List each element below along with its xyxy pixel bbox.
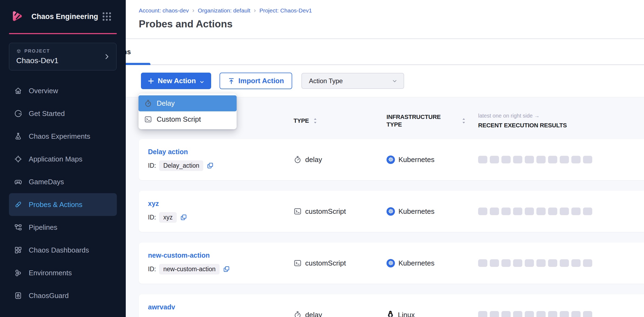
- sidebar-item-chaosguard[interactable]: ChaosGuard: [9, 284, 117, 307]
- sidebar-item-chaos-dashboards[interactable]: Chaos Dashboards: [9, 239, 117, 261]
- table-row: xyz ID: xyz customScript ☸ Kubernetes: [139, 191, 644, 232]
- action-name-link[interactable]: new-custom-action: [148, 251, 210, 259]
- recent-execution-results: [478, 259, 644, 267]
- execution-result-placeholder: [536, 311, 546, 317]
- execution-result-placeholder: [513, 259, 522, 267]
- sidebar-item-get-started[interactable]: Get Started: [9, 102, 117, 125]
- action-type-select[interactable]: Action Type: [301, 73, 404, 89]
- copy-icon[interactable]: [223, 266, 230, 273]
- execution-result-placeholder: [548, 156, 557, 163]
- execution-result-placeholder: [478, 311, 487, 317]
- sort-icon[interactable]: [313, 117, 318, 124]
- target-icon: [14, 155, 22, 163]
- execution-result-placeholder: [571, 208, 581, 215]
- type-cell: customScript: [294, 207, 387, 216]
- table-header-type: TYPE: [294, 117, 387, 125]
- copy-icon[interactable]: [180, 214, 187, 221]
- project-name: Chaos-Dev1: [16, 56, 110, 65]
- infrastructure-cell: ☸ Kubernetes: [387, 207, 478, 216]
- product-title: Chaos Engineering: [31, 12, 101, 21]
- execution-result-placeholder: [571, 259, 581, 267]
- execution-result-placeholder: [490, 208, 499, 215]
- action-id-value: new-custom-action: [159, 264, 220, 274]
- chevron-right-icon: [103, 53, 110, 60]
- execution-result-placeholder: [571, 156, 581, 163]
- linux-icon: [387, 310, 394, 317]
- table-body: Delay action ID: Delay_action delay ☸ Ku…: [126, 139, 644, 317]
- table-row: Delay action ID: Delay_action delay ☸ Ku…: [139, 139, 644, 180]
- lock-icon: [14, 292, 22, 300]
- table-row: new-custom-action ID: new-custom-action …: [139, 242, 644, 284]
- breadcrumb-separator-icon: ›: [254, 7, 256, 14]
- infrastructure-cell: ☸ Kubernetes: [387, 259, 478, 267]
- execution-result-placeholder: [513, 208, 522, 215]
- action-name-link[interactable]: Delay action: [148, 148, 188, 156]
- action-name-link[interactable]: xyz: [148, 200, 159, 208]
- id-label: ID:: [148, 214, 156, 221]
- project-selector[interactable]: PROJECT Chaos-Dev1: [9, 43, 117, 70]
- recent-execution-results: [478, 311, 644, 317]
- action-id-value: Delay_action: [159, 160, 203, 171]
- breadcrumb-account-link[interactable]: Account: chaos-dev: [139, 7, 189, 14]
- pipelines-icon: [14, 223, 22, 231]
- breadcrumb: Account: chaos-dev › Organization: defau…: [139, 7, 644, 14]
- execution-result-placeholder: [525, 156, 534, 163]
- hexagons-icon: [14, 269, 22, 277]
- menu-item-delay[interactable]: Delay: [139, 95, 237, 111]
- breadcrumb-organization-link[interactable]: Organization: default: [198, 7, 250, 14]
- sidebar-item-environments[interactable]: Environments: [9, 261, 117, 284]
- project-label: PROJECT: [24, 48, 50, 54]
- execution-result-placeholder: [536, 259, 546, 267]
- new-action-button[interactable]: New Action: [141, 73, 211, 89]
- sidebar-item-chaos-experiments[interactable]: Chaos Experiments: [9, 125, 117, 148]
- import-action-button[interactable]: Import Action: [220, 73, 292, 89]
- stopwatch-icon: [294, 156, 302, 164]
- main-content: Account: chaos-dev › Organization: defau…: [126, 0, 644, 317]
- execution-result-placeholder: [490, 259, 499, 267]
- table-row: awrvadv ID: delay Linux: [139, 294, 644, 317]
- app-switcher-icon[interactable]: [101, 11, 112, 22]
- action-name-link[interactable]: awrvadv: [148, 303, 175, 311]
- kubernetes-icon: ☸: [387, 259, 395, 267]
- cube-icon: [16, 49, 21, 54]
- plus-icon: [147, 77, 154, 85]
- execution-result-placeholder: [560, 259, 569, 267]
- results-hint: latest one on right side →: [478, 113, 644, 119]
- sidebar-item-pipelines[interactable]: Pipelines: [9, 216, 117, 239]
- recent-execution-results: [478, 208, 644, 215]
- execution-result-placeholder: [490, 156, 499, 163]
- copy-icon[interactable]: [207, 162, 214, 169]
- gamepad-icon: [14, 178, 22, 186]
- execution-result-placeholder: [583, 208, 592, 215]
- breadcrumb-separator-icon: ›: [192, 7, 194, 14]
- page-title: Probes and Actions: [139, 18, 644, 30]
- execution-result-placeholder: [536, 156, 546, 163]
- execution-result-placeholder: [583, 311, 592, 317]
- type-cell: delay: [294, 311, 387, 317]
- execution-result-placeholder: [501, 259, 511, 267]
- breadcrumb-project-link[interactable]: Project: Chaos-Dev1: [259, 7, 312, 14]
- sidebar: Chaos Engineering PROJECT Chaos-Dev1: [0, 0, 126, 317]
- execution-result-placeholder: [525, 208, 534, 215]
- stopwatch-icon: [294, 311, 302, 317]
- sidebar-item-probes-actions[interactable]: Probes & Actions: [9, 193, 117, 216]
- execution-result-placeholder: [560, 156, 569, 163]
- execution-result-placeholder: [560, 208, 569, 215]
- sidebar-item-gamedays[interactable]: GameDays: [9, 170, 117, 193]
- stopwatch-icon: [144, 99, 152, 107]
- chevron-down-icon: [392, 78, 398, 84]
- chaos-engineering-logo-icon: [10, 9, 24, 24]
- execution-result-placeholder: [548, 208, 557, 215]
- execution-result-placeholder: [513, 156, 522, 163]
- menu-item-custom-script[interactable]: Custom Script: [139, 111, 237, 127]
- execution-result-placeholder: [583, 259, 592, 267]
- execution-result-placeholder: [536, 208, 546, 215]
- sidebar-item-application-maps[interactable]: Application Maps: [9, 148, 117, 170]
- sort-icon[interactable]: [461, 117, 466, 124]
- infrastructure-cell: ☸ Kubernetes: [387, 156, 478, 164]
- kubernetes-icon: ☸: [387, 156, 395, 164]
- sidebar-nav: Overview Get Started Chaos Experiments A…: [0, 79, 126, 307]
- execution-result-placeholder: [571, 311, 581, 317]
- project-meta: PROJECT Chaos-Dev1: [16, 48, 110, 70]
- sidebar-item-overview[interactable]: Overview: [9, 79, 117, 102]
